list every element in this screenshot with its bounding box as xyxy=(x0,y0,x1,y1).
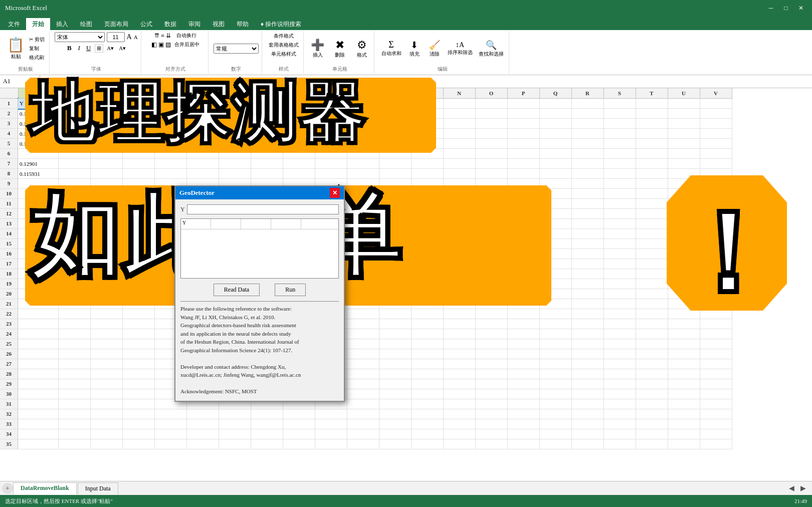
font-size-input[interactable] xyxy=(107,32,125,42)
cell-N2[interactable] xyxy=(443,109,475,119)
col-header-A[interactable]: A xyxy=(18,88,58,98)
cell-V7[interactable] xyxy=(700,159,732,169)
cell-R27[interactable] xyxy=(571,359,603,369)
cell-S16[interactable] xyxy=(603,249,636,259)
cell-S31[interactable] xyxy=(603,399,636,409)
cell-R30[interactable] xyxy=(571,389,603,399)
cell-C28[interactable] xyxy=(90,369,122,379)
cell-V26[interactable] xyxy=(700,349,732,359)
cell-T7[interactable] xyxy=(636,159,668,169)
cell-L11[interactable] xyxy=(379,199,411,209)
cell-T21[interactable] xyxy=(636,299,668,309)
cell-M8[interactable] xyxy=(411,169,443,179)
fill-button[interactable]: ⬇填充 xyxy=(405,39,424,59)
cell-F7[interactable] xyxy=(186,159,219,169)
cell-B16[interactable] xyxy=(58,249,90,259)
cell-V25[interactable] xyxy=(700,339,732,349)
row-header-8[interactable]: 8 xyxy=(0,169,18,179)
cell-M26[interactable] xyxy=(411,349,443,359)
cell-R2[interactable] xyxy=(571,109,603,119)
cell-D8[interactable] xyxy=(122,169,154,179)
cell-L17[interactable] xyxy=(379,259,411,269)
cell-O21[interactable] xyxy=(475,299,507,309)
cell-L10[interactable] xyxy=(379,189,411,199)
tab-draw[interactable]: 绘图 xyxy=(74,18,98,30)
cell-R15[interactable] xyxy=(571,239,603,249)
cell-S3[interactable] xyxy=(603,119,636,129)
cell-N20[interactable] xyxy=(443,289,475,299)
cell-T2[interactable] xyxy=(636,109,668,119)
cell-M19[interactable] xyxy=(411,279,443,289)
cell-N12[interactable] xyxy=(443,209,475,219)
cell-M15[interactable] xyxy=(411,239,443,249)
cell-P25[interactable] xyxy=(507,339,539,349)
cell-T30[interactable] xyxy=(636,389,668,399)
cell-U8[interactable] xyxy=(668,169,700,179)
cell-L27[interactable] xyxy=(379,359,411,369)
cell-P7[interactable] xyxy=(507,159,539,169)
cell-H1[interactable] xyxy=(251,98,283,109)
cell-T31[interactable] xyxy=(636,399,668,409)
row-header-28[interactable]: 28 xyxy=(0,369,18,379)
row-header-9[interactable]: 9 xyxy=(0,179,18,189)
cell-U14[interactable] xyxy=(668,229,700,239)
cell-R18[interactable] xyxy=(571,269,603,279)
col-header-M[interactable]: M xyxy=(411,88,443,98)
cell-N25[interactable] xyxy=(443,339,475,349)
cell-P13[interactable] xyxy=(507,219,539,229)
cell-T35[interactable] xyxy=(636,439,668,449)
cell-U9[interactable] xyxy=(668,179,700,189)
cell-D4[interactable] xyxy=(122,129,154,139)
cell-Q9[interactable] xyxy=(539,179,571,189)
cell-A30[interactable] xyxy=(18,389,58,399)
cell-M13[interactable] xyxy=(411,219,443,229)
cell-K22[interactable] xyxy=(347,309,379,319)
cell-P29[interactable] xyxy=(507,379,539,389)
dialog-close-button[interactable]: ✕ xyxy=(330,188,340,198)
cell-M16[interactable] xyxy=(411,249,443,259)
cell-U33[interactable] xyxy=(668,419,700,429)
cell-Q26[interactable] xyxy=(539,349,571,359)
run-button[interactable]: Run xyxy=(275,284,306,296)
cell-I32[interactable] xyxy=(283,409,315,419)
cell-K3[interactable] xyxy=(347,119,379,129)
cell-Q31[interactable] xyxy=(539,399,571,409)
paste-button[interactable]: 📋粘贴 xyxy=(5,36,27,61)
cell-L8[interactable] xyxy=(379,169,411,179)
cell-O25[interactable] xyxy=(475,339,507,349)
cell-U7[interactable] xyxy=(668,159,700,169)
tab-data[interactable]: 数据 xyxy=(158,18,182,30)
cell-B24[interactable] xyxy=(58,329,90,339)
align-left-button[interactable]: ◧ xyxy=(151,41,157,49)
cell-C20[interactable] xyxy=(90,289,122,299)
tab-help[interactable]: 帮助 xyxy=(231,18,255,30)
cell-K2[interactable] xyxy=(347,109,379,119)
cell-D10[interactable] xyxy=(122,189,154,199)
cell-E3[interactable] xyxy=(154,119,186,129)
cell-T25[interactable] xyxy=(636,339,668,349)
cell-E8[interactable] xyxy=(154,169,186,179)
cell-D3[interactable] xyxy=(122,119,154,129)
cell-N8[interactable] xyxy=(443,169,475,179)
cell-M27[interactable] xyxy=(411,359,443,369)
cell-F33[interactable] xyxy=(186,419,219,429)
cell-M24[interactable] xyxy=(411,329,443,339)
col-header-B[interactable]: B xyxy=(58,88,90,98)
cell-L22[interactable] xyxy=(379,309,411,319)
cell-P35[interactable] xyxy=(507,439,539,449)
cell-B20[interactable] xyxy=(58,289,90,299)
cell-L9[interactable] xyxy=(379,179,411,189)
cell-D22[interactable] xyxy=(122,309,154,319)
cell-L13[interactable] xyxy=(379,219,411,229)
cancel-formula-icon[interactable]: ✕ xyxy=(42,78,47,85)
cell-M12[interactable] xyxy=(411,209,443,219)
cell-L26[interactable] xyxy=(379,349,411,359)
cell-T5[interactable] xyxy=(636,139,668,149)
cell-C19[interactable] xyxy=(90,279,122,289)
cell-V28[interactable] xyxy=(700,369,732,379)
cell-D11[interactable] xyxy=(122,199,154,209)
row-header-31[interactable]: 31 xyxy=(0,399,18,409)
cell-R31[interactable] xyxy=(571,399,603,409)
cell-L2[interactable] xyxy=(379,109,411,119)
cell-Q2[interactable] xyxy=(539,109,571,119)
